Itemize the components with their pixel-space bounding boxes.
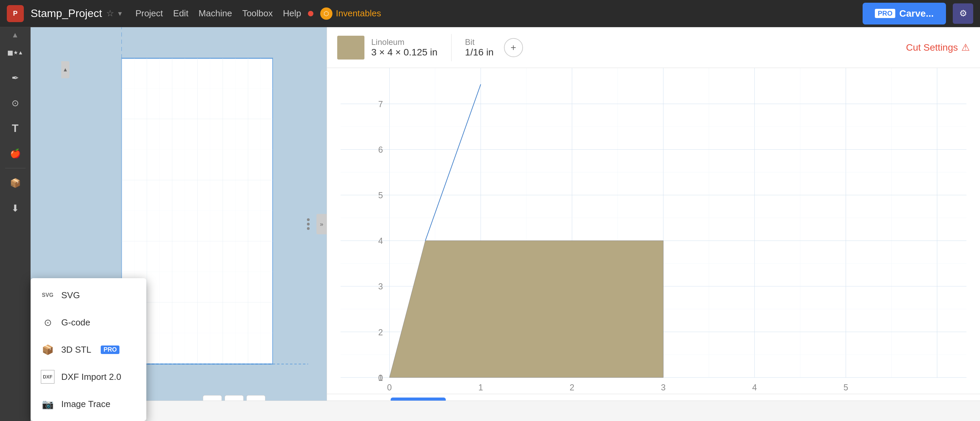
nav-menu: Project Edit Machine Toolbox Help xyxy=(135,8,301,19)
material-info: Linoleum 3 × 4 × 0.125 in xyxy=(371,37,438,58)
dxf-import-item[interactable]: DXF DXF Import 2.0 xyxy=(30,363,146,391)
3dstl-import-item[interactable]: 📦 3D STL PRO xyxy=(30,336,146,363)
text-tool-button[interactable]: T xyxy=(3,116,27,140)
bit-info: Bit 1/16 in xyxy=(465,37,494,58)
svg-text:4: 4 xyxy=(752,383,757,392)
shapes-tool-button[interactable]: ◼★▲ xyxy=(3,41,27,65)
cut-settings-label: Cut Settings xyxy=(906,42,958,53)
gcode-import-item[interactable]: ⊙ G-code xyxy=(30,309,146,336)
pro-badge: PRO xyxy=(875,9,895,18)
main-content: ▲ ◼★▲ ✒ ⊙ T 🍎 📦 ⬇ SVG SVG ⊙ G-code 📦 3D … xyxy=(0,27,980,421)
nav-project[interactable]: Project xyxy=(135,8,163,19)
left-collapse-button[interactable]: ▲ xyxy=(61,61,69,78)
more-dot-1 xyxy=(307,218,310,221)
project-name: Stamp_Project xyxy=(30,7,102,20)
pro-badge-stl: PRO xyxy=(101,345,119,354)
nav-edit[interactable]: Edit xyxy=(173,8,189,19)
svg-label: SVG xyxy=(61,290,80,300)
import-dropdown: SVG SVG ⊙ G-code 📦 3D STL PRO DXF DXF Im… xyxy=(30,278,146,421)
image-trace-label: Image Trace xyxy=(61,399,111,410)
svg-text:7: 7 xyxy=(379,99,383,109)
svg-text:0: 0 xyxy=(387,383,392,392)
right-panel-header: Linoleum 3 × 4 × 0.125 in Bit 1/16 in + … xyxy=(327,27,980,68)
project-title: Stamp_Project ☆ ▾ xyxy=(30,7,122,20)
material-dims: 3 × 4 × 0.125 in xyxy=(371,47,438,58)
material-name: Linoleum xyxy=(371,37,438,47)
inventables-button[interactable]: ⬡ Inventables xyxy=(320,8,381,20)
nav-toolbox[interactable]: Toolbox xyxy=(242,8,273,19)
topbar: P Stamp_Project ☆ ▾ Project Edit Machine… xyxy=(0,0,980,27)
svg-text:5: 5 xyxy=(379,191,383,200)
camera-icon: 📷 xyxy=(41,397,54,411)
carve-button[interactable]: PRO Carve... xyxy=(862,3,946,24)
pen-tool-button[interactable]: ✒ xyxy=(3,66,27,90)
svg-text:2: 2 xyxy=(379,327,383,337)
dxf-icon: DXF xyxy=(41,370,54,384)
svg-text:3: 3 xyxy=(661,383,666,392)
gcode-icon: ⊙ xyxy=(41,316,54,329)
project-chevron-icon[interactable]: ▾ xyxy=(118,9,122,18)
carve-label: Carve... xyxy=(899,8,934,19)
cut-settings-button[interactable]: Cut Settings ⚠ xyxy=(906,42,970,53)
app-icon: P xyxy=(7,5,24,22)
warning-icon: ⚠ xyxy=(961,42,970,53)
right-panel: Linoleum 3 × 4 × 0.125 in Bit 1/16 in + … xyxy=(327,27,980,421)
sidebar-divider xyxy=(5,168,25,168)
preview-svg: 7 6 5 4 3 2 1 0 1 2 3 4 5 0 xyxy=(327,68,980,394)
inventables-label: Inventables xyxy=(336,8,381,19)
svg-icon: SVG xyxy=(41,288,54,302)
3dstl-label: 3D STL xyxy=(61,345,91,355)
bottom-bar: Stamp_Project" ⌄ ? xyxy=(30,400,980,421)
svg-text:4: 4 xyxy=(379,236,383,246)
inventables-icon: ⬡ xyxy=(320,8,332,20)
more-dot-3 xyxy=(307,227,310,230)
add-bit-button[interactable]: + xyxy=(504,38,523,57)
nav-help[interactable]: Help xyxy=(283,8,301,19)
3d-tool-button[interactable]: 📦 xyxy=(3,171,27,195)
svg-import-item[interactable]: SVG SVG xyxy=(30,281,146,309)
canvas-more-button[interactable] xyxy=(307,218,310,230)
svg-text:0: 0 xyxy=(379,373,383,383)
preview-area: 7 6 5 4 3 2 1 0 1 2 3 4 5 0 xyxy=(327,68,980,394)
nav-machine[interactable]: Machine xyxy=(199,8,232,19)
settings-icon-button[interactable]: ⚙ xyxy=(953,3,973,24)
import-tool-button[interactable]: ⬇ xyxy=(3,196,27,220)
svg-text:3: 3 xyxy=(379,281,383,291)
svg-marker-69 xyxy=(390,241,663,378)
bit-size: 1/16 in xyxy=(465,47,494,58)
dxf-label: DXF Import 2.0 xyxy=(61,372,121,382)
svg-text:2: 2 xyxy=(570,383,574,392)
bit-label: Bit xyxy=(465,37,494,47)
material-swatch xyxy=(337,36,364,59)
apple-tool-button[interactable]: 🍎 xyxy=(3,141,27,165)
image-trace-item[interactable]: 📷 Image Trace xyxy=(30,391,146,418)
svg-text:5: 5 xyxy=(843,383,848,392)
svg-text:1: 1 xyxy=(479,383,483,392)
svg-text:6: 6 xyxy=(379,145,383,154)
more-dot-2 xyxy=(307,223,310,226)
star-icon[interactable]: ☆ xyxy=(106,8,114,19)
status-dot xyxy=(308,11,313,16)
gcode-label: G-code xyxy=(61,317,90,328)
header-divider xyxy=(451,34,452,61)
left-sidebar: ▲ ◼★▲ ✒ ⊙ T 🍎 📦 ⬇ SVG SVG ⊙ G-code 📦 3D … xyxy=(0,27,30,421)
sidebar-collapse-up[interactable]: ▲ xyxy=(3,30,27,40)
circle-tool-button[interactable]: ⊙ xyxy=(3,91,27,115)
right-collapse-button[interactable]: » xyxy=(317,214,327,234)
3dstl-icon: 📦 xyxy=(41,343,54,356)
